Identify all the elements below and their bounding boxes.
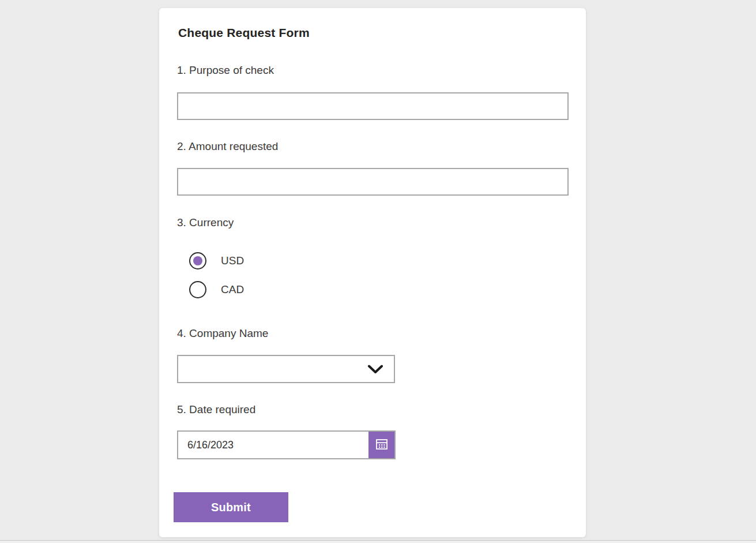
date-picker-control bbox=[177, 430, 396, 459]
amount-input[interactable] bbox=[177, 168, 569, 196]
currency-label: 3. Currency bbox=[177, 216, 569, 230]
radio-button-icon[interactable] bbox=[189, 281, 206, 298]
company-dropdown[interactable] bbox=[177, 355, 395, 383]
amount-label: 2. Amount requested bbox=[177, 140, 569, 153]
form-card: Cheque Request Form 1. Purpose of check … bbox=[159, 8, 586, 537]
date-input[interactable] bbox=[178, 432, 368, 458]
calendar-picker-button[interactable] bbox=[368, 432, 394, 458]
radio-option-label: CAD bbox=[221, 283, 244, 296]
currency-radio-group: USD CAD bbox=[189, 252, 569, 298]
calendar-icon bbox=[375, 438, 388, 452]
form-title: Cheque Request Form bbox=[178, 26, 569, 40]
radio-option-label: USD bbox=[221, 254, 244, 267]
chevron-down-icon bbox=[367, 365, 383, 374]
radio-selected-dot bbox=[193, 256, 202, 265]
currency-option-usd[interactable]: USD bbox=[189, 252, 569, 269]
date-label: 5. Date required bbox=[177, 403, 569, 417]
purpose-label: 1. Purpose of check bbox=[177, 63, 569, 77]
company-label: 4. Company Name bbox=[177, 327, 569, 340]
purpose-input[interactable] bbox=[177, 92, 569, 120]
submit-button[interactable]: Submit bbox=[174, 492, 288, 522]
page-bottom-divider bbox=[0, 540, 756, 543]
radio-selected-dot bbox=[193, 285, 202, 294]
radio-button-icon[interactable] bbox=[189, 252, 206, 269]
currency-option-cad[interactable]: CAD bbox=[189, 281, 569, 298]
